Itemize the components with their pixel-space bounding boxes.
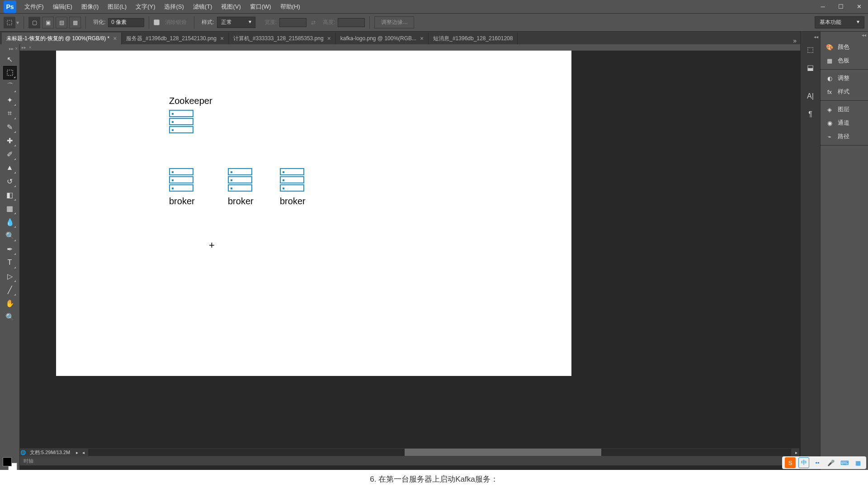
character-panel-icon[interactable]: A|: [802, 88, 819, 104]
dock-collapse-icon[interactable]: ◂◂: [801, 34, 820, 39]
path-select-tool-icon[interactable]: ▷: [3, 269, 17, 283]
ime-punct-icon[interactable]: ••: [812, 457, 823, 468]
properties-panel-icon[interactable]: ⬓: [802, 59, 819, 75]
eyedropper-tool-icon[interactable]: ✎: [3, 120, 17, 134]
brush-tool-icon[interactable]: ✐: [3, 147, 17, 161]
feather-input[interactable]: [108, 18, 144, 27]
menu-edit[interactable]: 编辑(E): [48, 0, 77, 13]
server-icon: [228, 168, 252, 192]
antialias-label: 消除锯齿: [165, 19, 187, 26]
crop-tool-icon[interactable]: ⌗: [3, 107, 17, 120]
selection-subtract-icon[interactable]: ▤: [56, 17, 67, 28]
doc-tab-3[interactable]: 计算机_#333333_128_21585353.png×: [229, 33, 336, 44]
pen-tool-icon[interactable]: ✒: [3, 242, 17, 256]
ime-lang-button[interactable]: 中: [798, 457, 809, 468]
menu-view[interactable]: 视图(V): [217, 0, 245, 13]
workspace-dropdown[interactable]: 基本功能▾: [815, 16, 864, 28]
zoom-out-icon[interactable]: 🌐: [20, 450, 26, 455]
menu-file[interactable]: 文件(F): [20, 0, 48, 13]
document-canvas[interactable]: Zookeeper broker broker broker +: [56, 51, 571, 376]
menu-help[interactable]: 帮助(H): [276, 0, 305, 13]
gradient-tool-icon[interactable]: ▦: [3, 202, 17, 215]
scroll-right-icon[interactable]: ▸: [793, 450, 799, 455]
selection-add-icon[interactable]: ▣: [42, 17, 54, 28]
ime-keyboard-icon[interactable]: ⌨: [839, 457, 850, 468]
doc-size-value: 5.29M/13.2M: [41, 450, 70, 455]
timeline-tab[interactable]: 时轴: [20, 456, 799, 465]
type-tool-icon[interactable]: T: [3, 256, 17, 269]
swap-icon: ⇄: [311, 19, 316, 26]
menu-image[interactable]: 图像(I): [77, 0, 103, 13]
doc-tab-4[interactable]: kafka-logo.png @ 100%(RGB...×: [336, 33, 429, 44]
style-select[interactable]: 正常 ▾: [217, 17, 255, 28]
styles-panel-tab[interactable]: fx样式: [821, 85, 868, 99]
stamp-tool-icon[interactable]: ▲: [3, 161, 17, 174]
doc-tab-5[interactable]: 短消息_#1396db_128_21601208: [429, 33, 518, 44]
foreground-color[interactable]: [3, 457, 12, 466]
tab-close-icon[interactable]: ×: [220, 35, 224, 42]
ime-menu-icon[interactable]: ▦: [853, 457, 863, 468]
swatches-panel-tab[interactable]: ▦色板: [821, 54, 868, 67]
channels-icon: ◉: [825, 120, 834, 127]
blur-tool-icon[interactable]: 💧: [3, 215, 17, 229]
info-flyout-icon[interactable]: ▸: [74, 450, 80, 455]
menu-type[interactable]: 文字(Y): [131, 0, 160, 13]
eraser-tool-icon[interactable]: ◧: [3, 188, 17, 202]
doc-tab-1[interactable]: 未标题-1-恢复的-恢复的 @ 100%(RGB/8) *×: [2, 33, 122, 44]
server-icon: [169, 168, 193, 192]
ime-sogou-icon[interactable]: S: [785, 457, 796, 468]
ime-voice-icon[interactable]: 🎤: [826, 457, 836, 468]
maximize-button[interactable]: ☐: [832, 0, 850, 14]
menu-filter[interactable]: 滤镜(T): [189, 0, 217, 13]
lasso-tool-icon[interactable]: ⌒: [3, 80, 17, 93]
menu-window[interactable]: 窗口(W): [245, 0, 276, 13]
selection-new-icon[interactable]: ▢: [28, 17, 40, 28]
style-label: 样式:: [202, 19, 214, 26]
panel-collapse-icon[interactable]: ◂◂: [821, 32, 868, 38]
paragraph-panel-icon[interactable]: ¶: [802, 106, 819, 122]
broker-label: broker: [228, 196, 254, 206]
selection-intersect-icon[interactable]: ▦: [69, 17, 81, 28]
doc-tab-2[interactable]: 服务器_#1396db_128_21542130.png×: [122, 33, 229, 44]
history-brush-tool-icon[interactable]: ↺: [3, 174, 17, 188]
footer-text: 6. 在第一台服务器上启动Kafka服务：: [370, 474, 498, 484]
doc-size-label: 文档:: [30, 450, 41, 455]
ime-toolbar: S 中 •• 🎤 ⌨ ▦: [782, 456, 866, 469]
healing-tool-icon[interactable]: ✚: [3, 134, 17, 147]
tool-preset-icon[interactable]: [4, 17, 15, 28]
close-button[interactable]: ✕: [850, 0, 868, 14]
color-panel-tab[interactable]: 🎨颜色: [821, 40, 868, 54]
scroll-left-icon[interactable]: ◂: [80, 450, 86, 455]
channels-panel-tab[interactable]: ◉通道: [821, 116, 868, 130]
width-input: [279, 18, 307, 27]
styles-icon: fx: [825, 89, 834, 95]
paths-panel-tab[interactable]: ⌁路径: [821, 130, 868, 143]
menu-layer[interactable]: 图层(L): [103, 0, 131, 13]
server-icon: [280, 168, 304, 192]
cursor-crosshair-icon: +: [209, 239, 215, 251]
h-scrollbar[interactable]: [88, 449, 791, 456]
history-panel-icon[interactable]: ⬚: [802, 41, 819, 57]
wand-tool-icon[interactable]: ✦: [3, 93, 17, 107]
tab-close-icon[interactable]: ×: [420, 35, 424, 42]
line-tool-icon[interactable]: ╱: [3, 283, 17, 296]
dodge-tool-icon[interactable]: 🔍: [3, 229, 17, 242]
minimize-button[interactable]: ─: [814, 0, 832, 14]
toolbar-collapse-icon[interactable]: ▸▸ ×: [0, 46, 19, 52]
refine-edge-button[interactable]: 调整边缘...: [374, 16, 414, 28]
zoom-tool-icon[interactable]: 🔍: [3, 310, 17, 324]
adjustments-icon: ◐: [825, 75, 834, 82]
marquee-tool-icon[interactable]: [3, 66, 17, 80]
menu-select[interactable]: 选择(S): [160, 0, 188, 13]
adjustments-panel-tab[interactable]: ◐调整: [821, 71, 868, 85]
antialias-checkbox: [154, 19, 160, 25]
svg-rect-0: [7, 20, 12, 25]
layers-panel-tab[interactable]: ◈图层: [821, 103, 868, 116]
tab-close-icon[interactable]: ×: [327, 35, 331, 42]
move-tool-icon[interactable]: ↖: [3, 52, 17, 66]
hand-tool-icon[interactable]: ✋: [3, 296, 17, 310]
tab-overflow-icon[interactable]: »: [789, 37, 800, 44]
broker-label: broker: [280, 196, 306, 206]
tab-close-icon[interactable]: ×: [113, 35, 117, 42]
h-scroll-thumb[interactable]: [405, 449, 601, 456]
